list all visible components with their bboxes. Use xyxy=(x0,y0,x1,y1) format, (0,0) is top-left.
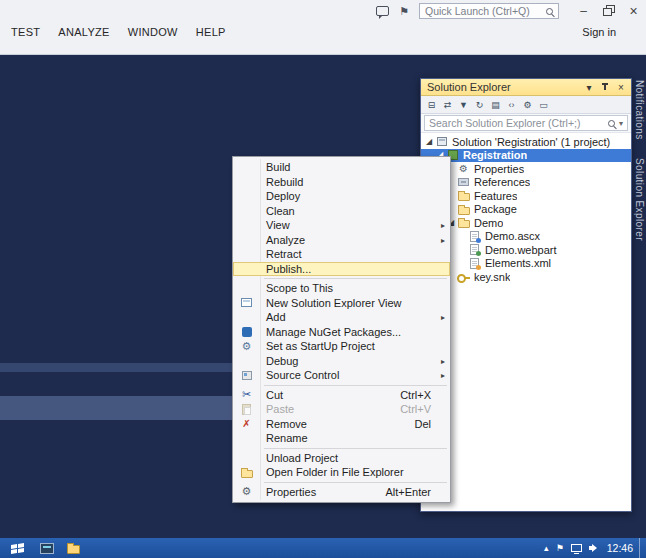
context-menu-item-retract[interactable]: Retract xyxy=(233,247,450,262)
se-header-icons: ▾× xyxy=(581,80,629,95)
tree-item-registration[interactable]: ◢Registration xyxy=(421,149,631,163)
tree-expander-icon[interactable]: ◢ xyxy=(424,138,434,146)
sync-with-active-document-icon[interactable]: ⇄ xyxy=(440,97,455,112)
tree-item-package[interactable]: Package xyxy=(421,203,631,217)
view-code-icon[interactable]: ‹› xyxy=(504,97,519,112)
filter-icon[interactable]: ▼ xyxy=(456,97,471,112)
context-menu-item-source-control[interactable]: Source Control▸ xyxy=(233,368,450,383)
context-menu-item-scope-to-this[interactable]: Scope to This xyxy=(233,281,450,296)
side-tab-solution-explorer[interactable]: Solution Explorer xyxy=(634,158,645,241)
menu-item-label: Remove xyxy=(266,418,307,430)
file-explorer-icon-button[interactable] xyxy=(60,538,86,558)
context-menu-item-rename[interactable]: Rename xyxy=(233,431,450,446)
taskbar-clock[interactable]: 12:46 xyxy=(601,542,639,554)
properties-icon[interactable]: ⚙ xyxy=(520,97,535,112)
side-tab-notifications[interactable]: Notifications xyxy=(634,80,645,140)
window-position-icon[interactable]: ▾ xyxy=(581,80,597,95)
tree-item-demo[interactable]: ◢Demo xyxy=(421,216,631,230)
preview-icon[interactable]: ▭ xyxy=(536,97,551,112)
refresh-icon[interactable]: ↻ xyxy=(472,97,487,112)
close-icon[interactable]: × xyxy=(613,80,629,95)
notifications-flag-icon[interactable]: ⚑ xyxy=(399,6,409,17)
menu-item-label: Debug xyxy=(266,355,298,367)
context-menu-item-unload-project[interactable]: Unload Project xyxy=(233,451,450,466)
menu-item-label: Open Folder in File Explorer xyxy=(266,466,404,478)
context-menu-item-properties[interactable]: ⚙PropertiesAlt+Enter xyxy=(233,485,450,500)
tree-item-references[interactable]: References xyxy=(421,176,631,190)
show-desktop-button[interactable] xyxy=(639,538,644,558)
windows-logo-icon xyxy=(11,543,24,554)
menu-test[interactable]: TEST xyxy=(2,22,49,42)
quick-launch-placeholder: Quick Launch (Ctrl+Q) xyxy=(425,5,546,17)
tree-item-label: Demo xyxy=(474,217,503,229)
paste-icon xyxy=(238,404,255,415)
start-button[interactable] xyxy=(0,538,34,558)
context-menu-item-open-folder-in-file-explorer[interactable]: Open Folder in File Explorer xyxy=(233,465,450,480)
file-explorer-icon xyxy=(67,545,80,554)
context-menu-item-clean[interactable]: Clean xyxy=(233,204,450,219)
context-menu-item-set-as-startup-project[interactable]: ⚙Set as StartUp Project xyxy=(233,339,450,354)
folder-icon xyxy=(456,203,471,215)
auto-hide-pin-icon[interactable] xyxy=(597,80,613,95)
quick-launch-box[interactable]: Quick Launch (Ctrl+Q) xyxy=(419,3,559,19)
server-manager-icon-button[interactable] xyxy=(34,538,60,558)
context-menu-item-view[interactable]: View▸ xyxy=(233,218,450,233)
menu-item-label: New Solution Explorer View xyxy=(266,297,402,309)
menu-analyze[interactable]: ANALYZE xyxy=(49,22,118,42)
menu-item-label: Scope to This xyxy=(266,282,333,294)
ascx-icon xyxy=(467,230,482,242)
menu-item-label: View xyxy=(266,219,290,231)
context-menu-item-publish[interactable]: Publish... xyxy=(233,262,450,277)
solution-explorer-header[interactable]: Solution Explorer ▾× xyxy=(421,79,631,96)
context-menu-item-manage-nuget-packages[interactable]: Manage NuGet Packages... xyxy=(233,325,450,340)
restore-button[interactable] xyxy=(596,0,621,22)
tree-item-elements-xml[interactable]: Elements.xml xyxy=(421,257,631,271)
hidden-icons-chevron-icon[interactable]: ▴ xyxy=(544,544,549,553)
xml-icon xyxy=(467,257,482,269)
action-center-flag-icon[interactable]: ⚑ xyxy=(556,544,564,553)
tree-item-key-snk[interactable]: key.snk xyxy=(421,270,631,284)
context-menu-item-analyze[interactable]: Analyze▸ xyxy=(233,233,450,248)
window-chrome: ⚑ Quick Launch (Ctrl+Q) –× TESTANALYZEWI… xyxy=(0,0,646,55)
menu-item-label: Clean xyxy=(266,205,295,217)
menu-item-label: Add xyxy=(266,311,286,323)
menu-item-label: Build xyxy=(266,161,290,173)
context-menu-item-deploy[interactable]: Deploy xyxy=(233,189,450,204)
window-buttons: –× xyxy=(571,0,646,22)
context-menu-item-new-solution-explorer-view[interactable]: New Solution Explorer View xyxy=(233,296,450,311)
tree-item-demo-webpart[interactable]: Demo.webpart xyxy=(421,243,631,257)
volume-icon[interactable] xyxy=(592,544,601,552)
context-menu-item-build[interactable]: Build xyxy=(233,160,450,175)
search-input[interactable]: Search Solution Explorer (Ctrl+;) ▾ xyxy=(424,115,628,131)
show-all-files-icon[interactable]: ▤ xyxy=(488,97,503,112)
submenu-arrow-icon: ▸ xyxy=(441,313,445,322)
tree-item-properties[interactable]: ⚙Properties xyxy=(421,162,631,176)
close-button[interactable]: × xyxy=(621,0,646,22)
tree-item-label: Properties xyxy=(474,163,524,175)
sign-in-button[interactable]: Sign in xyxy=(582,26,616,38)
menu-window[interactable]: WINDOW xyxy=(119,22,187,42)
network-icon[interactable] xyxy=(571,544,582,552)
context-menu-item-add[interactable]: Add▸ xyxy=(233,310,450,325)
menu-help[interactable]: HELP xyxy=(187,22,235,42)
collapse-all-icon[interactable]: ⊟ xyxy=(424,97,439,112)
context-menu-item-rebuild[interactable]: Rebuild xyxy=(233,175,450,190)
menu-item-shortcut: Ctrl+V xyxy=(400,403,445,415)
tree-item-solution-registration-1-project[interactable]: ◢Solution 'Registration' (1 project) xyxy=(421,135,631,149)
context-menu-item-paste: PasteCtrl+V xyxy=(233,402,450,417)
minimize-button[interactable]: – xyxy=(571,0,596,22)
context-menu-item-debug[interactable]: Debug▸ xyxy=(233,354,450,369)
context-menu-item-cut[interactable]: ✂CutCtrl+X xyxy=(233,388,450,403)
tree-item-label: key.snk xyxy=(474,271,510,283)
tree-item-demo-ascx[interactable]: Demo.ascx xyxy=(421,230,631,244)
tree-item-features[interactable]: Features xyxy=(421,189,631,203)
tree-item-label: Features xyxy=(474,190,517,202)
search-dropdown-icon[interactable]: ▾ xyxy=(619,119,623,128)
search-icon xyxy=(546,8,553,15)
tree-item-label: Demo.webpart xyxy=(485,244,557,256)
search-icon xyxy=(608,120,615,127)
submenu-arrow-icon: ▸ xyxy=(441,371,445,380)
feedback-icon[interactable] xyxy=(376,6,389,16)
tree-item-label: Solution 'Registration' (1 project) xyxy=(452,136,610,148)
context-menu-item-remove[interactable]: ✗RemoveDel xyxy=(233,417,450,432)
